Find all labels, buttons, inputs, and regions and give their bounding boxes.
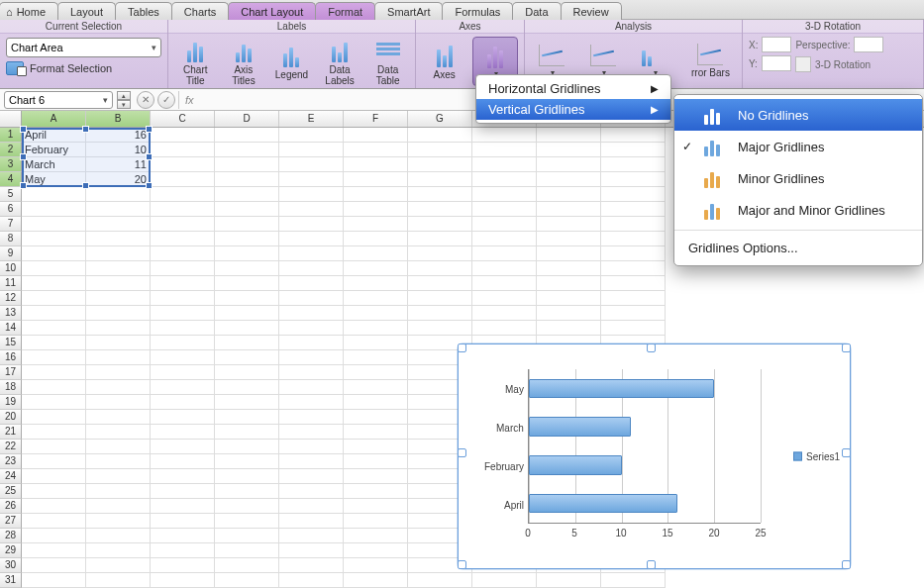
row-header-5[interactable]: 5 <box>0 187 22 202</box>
cell-B11[interactable] <box>86 276 151 291</box>
cell-I31[interactable] <box>537 573 601 588</box>
cell-B21[interactable] <box>86 425 151 440</box>
cell-B23[interactable] <box>86 454 151 469</box>
cell-D16[interactable] <box>215 350 279 365</box>
cell-F27[interactable] <box>344 514 408 529</box>
cell-F8[interactable] <box>344 232 408 246</box>
cell-F24[interactable] <box>344 469 408 484</box>
cell-E23[interactable] <box>279 454 344 469</box>
row-header-10[interactable]: 10 <box>0 261 22 276</box>
cell-C27[interactable] <box>151 514 215 529</box>
cell-E5[interactable] <box>279 187 344 202</box>
cell-B2[interactable]: 10 <box>86 143 151 157</box>
cell-J11[interactable] <box>601 276 666 291</box>
column-header-G[interactable]: G <box>408 111 472 127</box>
cell-B6[interactable] <box>86 202 151 217</box>
perspective-input[interactable] <box>854 37 883 52</box>
row-header-17[interactable]: 17 <box>0 365 22 380</box>
cell-B19[interactable] <box>86 395 151 410</box>
tab-charts[interactable]: Charts <box>171 2 229 20</box>
cell-B8[interactable] <box>86 232 151 246</box>
cell-F7[interactable] <box>344 217 408 232</box>
cell-E21[interactable] <box>279 425 344 440</box>
cell-H10[interactable] <box>472 261 537 276</box>
cell-B30[interactable] <box>86 558 151 573</box>
cell-H5[interactable] <box>472 187 537 202</box>
cell-J3[interactable] <box>601 157 666 172</box>
cell-E16[interactable] <box>279 350 344 365</box>
row-header-6[interactable]: 6 <box>0 202 22 217</box>
cell-A14[interactable] <box>22 321 86 336</box>
cell-F13[interactable] <box>344 306 408 321</box>
cell-F15[interactable] <box>344 336 408 350</box>
cell-A2[interactable]: February <box>22 143 86 157</box>
cell-A11[interactable] <box>22 276 86 291</box>
cell-I2[interactable] <box>537 143 601 157</box>
cell-E17[interactable] <box>279 365 344 380</box>
row-header-24[interactable]: 24 <box>0 469 22 484</box>
cell-C13[interactable] <box>151 306 215 321</box>
cell-J2[interactable] <box>601 143 666 157</box>
cell-D25[interactable] <box>215 484 279 499</box>
cell-A30[interactable] <box>22 558 86 573</box>
cell-I5[interactable] <box>537 187 601 202</box>
cell-E6[interactable] <box>279 202 344 217</box>
cell-F31[interactable] <box>344 573 408 588</box>
menu-major-gridlines[interactable]: ✓ Major Gridlines <box>674 131 922 162</box>
cell-B13[interactable] <box>86 306 151 321</box>
cell-B28[interactable] <box>86 529 151 543</box>
menu-gridlines-options[interactable]: Gridlines Options... <box>674 235 922 261</box>
cell-I10[interactable] <box>537 261 601 276</box>
cell-E27[interactable] <box>279 514 344 529</box>
cell-H8[interactable] <box>472 232 537 246</box>
cell-A29[interactable] <box>22 543 86 558</box>
cell-D2[interactable] <box>215 143 279 157</box>
row-header-15[interactable]: 15 <box>0 336 22 350</box>
cell-D21[interactable] <box>215 425 279 440</box>
cell-F11[interactable] <box>344 276 408 291</box>
cell-C30[interactable] <box>151 558 215 573</box>
cell-E9[interactable] <box>279 246 344 261</box>
cell-E13[interactable] <box>279 306 344 321</box>
cell-D15[interactable] <box>215 336 279 350</box>
cell-C8[interactable] <box>151 232 215 246</box>
cell-F26[interactable] <box>344 499 408 514</box>
cell-J8[interactable] <box>601 232 666 246</box>
cell-A16[interactable] <box>22 350 86 365</box>
cell-F5[interactable] <box>344 187 408 202</box>
cell-I4[interactable] <box>537 172 601 187</box>
cell-D30[interactable] <box>215 558 279 573</box>
cell-A1[interactable]: April <box>22 128 86 143</box>
column-header-F[interactable]: F <box>344 111 408 127</box>
cell-D10[interactable] <box>215 261 279 276</box>
cell-A22[interactable] <box>22 440 86 454</box>
cell-D31[interactable] <box>215 573 279 588</box>
cell-C25[interactable] <box>151 484 215 499</box>
cell-C31[interactable] <box>151 573 215 588</box>
cell-I12[interactable] <box>537 291 601 306</box>
cell-A3[interactable]: March <box>22 157 86 172</box>
axes-button[interactable]: Axes <box>422 37 466 86</box>
cell-D18[interactable] <box>215 380 279 395</box>
cell-B27[interactable] <box>86 514 151 529</box>
cell-E25[interactable] <box>279 484 344 499</box>
cell-E1[interactable] <box>279 128 344 143</box>
column-header-C[interactable]: C <box>151 111 215 127</box>
cell-C14[interactable] <box>151 321 215 336</box>
cell-C4[interactable] <box>151 172 215 187</box>
cell-D7[interactable] <box>215 217 279 232</box>
cell-I6[interactable] <box>537 202 601 217</box>
menu-no-gridlines[interactable]: No Gridlines <box>674 99 922 131</box>
cell-F12[interactable] <box>344 291 408 306</box>
cell-A8[interactable] <box>22 232 86 246</box>
row-header-29[interactable]: 29 <box>0 543 22 558</box>
cell-D4[interactable] <box>215 172 279 187</box>
cell-J7[interactable] <box>601 217 666 232</box>
cell-D8[interactable] <box>215 232 279 246</box>
cell-C29[interactable] <box>151 543 215 558</box>
cell-F6[interactable] <box>344 202 408 217</box>
cell-H13[interactable] <box>472 306 537 321</box>
cell-A9[interactable] <box>22 246 86 261</box>
cell-H6[interactable] <box>472 202 537 217</box>
cell-D27[interactable] <box>215 514 279 529</box>
